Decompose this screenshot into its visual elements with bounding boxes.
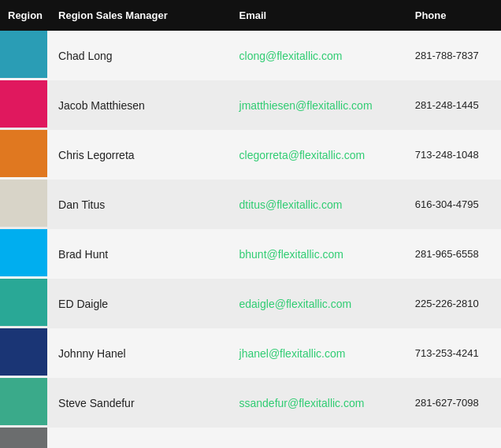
email-link[interactable]: ssandefur@flexitallic.com bbox=[239, 397, 365, 409]
region-color-swatch bbox=[0, 80, 47, 128]
table-row: ED Daigleedaigle@flexitallic.com225-226-… bbox=[0, 279, 501, 328]
manager-phone: 281-627-7098 bbox=[407, 378, 501, 428]
table-header-row: Region Region Sales Manager Email Phone bbox=[0, 0, 501, 31]
region-color-swatch bbox=[0, 180, 47, 227]
table-row: Chris Legorretaclegorreta@flexitallic.co… bbox=[0, 130, 501, 180]
region-color-cell bbox=[0, 31, 50, 80]
manager-name: Jacob Matthiesen bbox=[50, 80, 231, 130]
manager-email[interactable]: jmatthiesen@flexitallic.com bbox=[232, 80, 407, 130]
manager-phone: 281-965-6558 bbox=[407, 229, 501, 279]
region-color-cell bbox=[0, 180, 50, 229]
region-color-cell bbox=[0, 378, 50, 428]
email-link[interactable]: edaigle@flexitallic.com bbox=[239, 298, 352, 310]
manager-name: Dan Titus bbox=[50, 180, 231, 229]
email-link[interactable]: clong@flexitallic.com bbox=[239, 50, 343, 62]
manager-name: ED Daigle bbox=[50, 279, 231, 328]
manager-email[interactable]: jhanel@flexitallic.com bbox=[232, 328, 407, 378]
email-link[interactable]: bhunt@flexitallic.com bbox=[239, 248, 344, 261]
header-region: Region bbox=[0, 0, 50, 31]
region-color-cell bbox=[0, 130, 50, 180]
email-link[interactable]: jmatthiesen@flexitallic.com bbox=[239, 99, 373, 112]
region-color-cell bbox=[0, 328, 50, 378]
manager-email[interactable]: ssandefur@flexitallic.com bbox=[232, 378, 407, 428]
manager-name: Chad Long bbox=[50, 31, 231, 80]
manager-phone: 281-604-2400 bbox=[407, 428, 501, 448]
manager-name: Steve Sandefur bbox=[50, 378, 231, 428]
region-color-swatch bbox=[0, 130, 47, 177]
table-row: Dan Titusdtitus@flexitallic.com616-304-4… bbox=[0, 180, 501, 229]
region-color-swatch bbox=[0, 229, 47, 276]
manager-name: Chris Legorreta bbox=[50, 130, 231, 180]
table-row: Steve Sandefurssandefur@flexitallic.com2… bbox=[0, 378, 501, 428]
region-color-swatch bbox=[0, 428, 47, 448]
table-row: Chad Longclong@flexitallic.com281-788-78… bbox=[0, 31, 501, 80]
manager-phone: 281-788-7837 bbox=[407, 31, 501, 80]
region-color-swatch bbox=[0, 328, 47, 376]
email-link[interactable]: jhanel@flexitallic.com bbox=[239, 347, 346, 360]
email-link[interactable]: dtitus@flexitallic.com bbox=[239, 198, 343, 211]
region-color-swatch bbox=[0, 31, 47, 78]
region-color-cell bbox=[0, 80, 50, 130]
header-email: Email bbox=[232, 0, 407, 31]
manager-email[interactable]: ussales@flexitallic.com bbox=[232, 428, 407, 448]
sales-manager-table: Region Region Sales Manager Email Phone … bbox=[0, 0, 501, 448]
manager-phone: 713-248-1048 bbox=[407, 130, 501, 180]
manager-email[interactable]: edaigle@flexitallic.com bbox=[232, 279, 407, 328]
table-row: Johnny Haneljhanel@flexitallic.com713-25… bbox=[0, 328, 501, 378]
manager-email[interactable]: clong@flexitallic.com bbox=[232, 31, 407, 80]
manager-phone: 616-304-4795 bbox=[407, 180, 501, 229]
manager-name: All - By Account Assignment bbox=[50, 428, 231, 448]
email-link[interactable]: clegorreta@flexitallic.com bbox=[239, 149, 366, 161]
region-color-swatch bbox=[0, 279, 47, 326]
manager-phone: 713-253-4241 bbox=[407, 328, 501, 378]
header-manager: Region Sales Manager bbox=[50, 0, 231, 31]
manager-email[interactable]: clegorreta@flexitallic.com bbox=[232, 130, 407, 180]
region-color-cell bbox=[0, 279, 50, 328]
manager-phone: 281-248-1445 bbox=[407, 80, 501, 130]
table-row: Brad Huntbhunt@flexitallic.com281-965-65… bbox=[0, 229, 501, 279]
manager-name: Brad Hunt bbox=[50, 229, 231, 279]
table-row: Jacob Matthiesenjmatthiesen@flexitallic.… bbox=[0, 80, 501, 130]
manager-phone: 225-226-2810 bbox=[407, 279, 501, 328]
table-row: All - By Account Assignmentussales@flexi… bbox=[0, 428, 501, 448]
header-phone: Phone bbox=[407, 0, 501, 31]
region-color-swatch bbox=[0, 378, 47, 425]
region-color-cell bbox=[0, 229, 50, 279]
manager-email[interactable]: dtitus@flexitallic.com bbox=[232, 180, 407, 229]
manager-name: Johnny Hanel bbox=[50, 328, 231, 378]
region-color-cell bbox=[0, 428, 50, 448]
manager-email[interactable]: bhunt@flexitallic.com bbox=[232, 229, 407, 279]
